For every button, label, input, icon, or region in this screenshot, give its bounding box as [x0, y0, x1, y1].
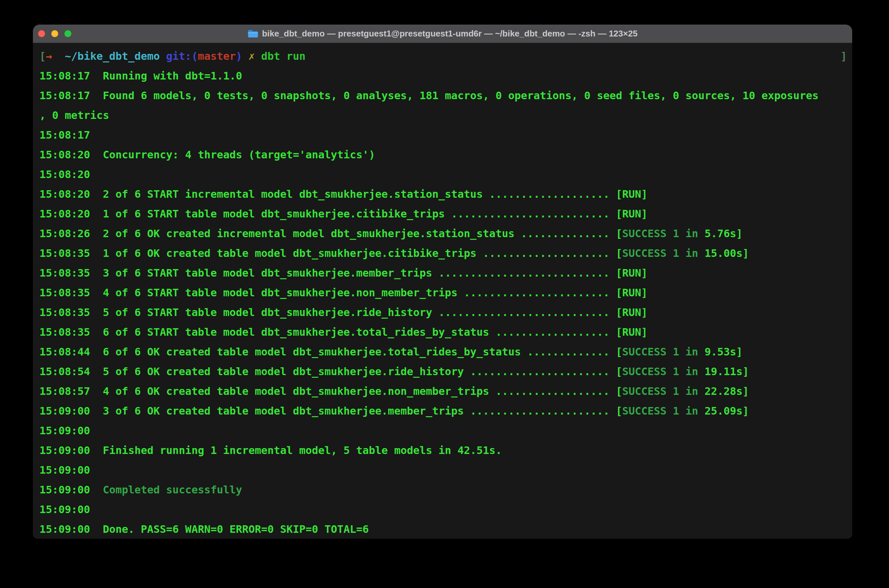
text-segment: 15:08:26 2 of 6 OK created incremental m… [39, 227, 622, 240]
text-segment: 15:08:20 [39, 168, 90, 181]
terminal-line: 15:08:35 6 of 6 START table model dbt_sm… [39, 322, 852, 342]
terminal-line: 15:08:20 Concurrency: 4 threads (target=… [39, 145, 852, 165]
text-segment: 15:08:20 1 of 6 START table model dbt_sm… [39, 208, 648, 220]
terminal-line: 15:09:00 [39, 421, 852, 441]
text-segment: 15:08:35 3 of 6 START table model dbt_sm… [39, 267, 648, 279]
text-segment: , 0 metrics [39, 109, 109, 122]
text-segment: SUCCESS 1 in [622, 227, 698, 240]
terminal-line: 15:09:00 Completed successfully [39, 480, 852, 500]
terminal-line: , 0 metrics [39, 105, 852, 125]
minimize-button[interactable] [51, 30, 58, 37]
text-segment: 15:09:00 [39, 424, 90, 437]
terminal-content[interactable]: [→ ~/bike_dbt_demo git:(master) ✗ dbt ru… [33, 43, 852, 539]
terminal-line: 15:09:00 [39, 500, 852, 519]
prompt-dirty-indicator: ✗ [248, 50, 255, 62]
text-segment: 15:08:17 Running with dbt=1.1.0 [39, 70, 242, 82]
text-segment: SUCCESS 1 in [622, 365, 698, 378]
close-button[interactable] [38, 30, 45, 37]
text-segment: 15:09:00 3 of 6 OK created table model d… [39, 405, 622, 417]
prompt-command: dbt run [261, 50, 305, 62]
prompt-git-close: ) [236, 50, 242, 62]
prompt-bracket-right: ] [841, 46, 847, 66]
text-segment: 15:09:00 [39, 483, 103, 496]
spacer [160, 50, 166, 62]
terminal-line: 15:09:00 Finished running 1 incremental … [39, 441, 852, 460]
text-segment: 9.53s] [698, 346, 743, 358]
text-segment: 15:09:00 Finished running 1 incremental … [39, 444, 502, 457]
text-segment: Completed successfully [103, 483, 242, 496]
window-title: bike_dbt_demo — presetguest1@presetguest… [262, 28, 638, 39]
text-segment: 5.76s] [698, 227, 743, 240]
text-segment: 15:08:35 6 of 6 START table model dbt_sm… [39, 326, 648, 338]
text-segment: 15:09:00 [39, 503, 90, 516]
terminal-line: 15:08:35 4 of 6 START table model dbt_sm… [39, 283, 852, 303]
terminal-line: 15:08:17 [39, 125, 852, 145]
window-title-group: bike_dbt_demo — presetguest1@presetguest… [33, 28, 852, 39]
prompt-cwd: ~/bike_dbt_demo [65, 50, 160, 62]
text-segment: 19.11s] [698, 365, 749, 378]
spacer [52, 50, 65, 62]
terminal-line: 15:09:00 3 of 6 OK created table model d… [39, 401, 852, 421]
folder-icon [248, 29, 258, 38]
text-segment: SUCCESS 1 in [622, 405, 698, 417]
text-segment: 15:08:17 [39, 129, 90, 141]
terminal-line: 15:08:35 5 of 6 START table model dbt_sm… [39, 303, 852, 322]
terminal-line: 15:08:20 1 of 6 START table model dbt_sm… [39, 204, 852, 224]
title-bar[interactable]: bike_dbt_demo — presetguest1@presetguest… [33, 25, 852, 43]
terminal-line: 15:08:26 2 of 6 OK created incremental m… [39, 224, 852, 243]
terminal-line: 15:08:17 Found 6 models, 0 tests, 0 snap… [39, 86, 852, 105]
spacer [255, 50, 261, 62]
text-segment: SUCCESS 1 in [622, 385, 698, 398]
prompt-git-branch: master [198, 50, 236, 62]
prompt-arrow-icon: → [46, 50, 52, 62]
terminal-line: 15:08:57 4 of 6 OK created table model d… [39, 381, 852, 401]
prompt-git-label: git:( [166, 50, 198, 62]
terminal-window: bike_dbt_demo — presetguest1@presetguest… [33, 25, 852, 539]
text-segment: 15:08:17 Found 6 models, 0 tests, 0 snap… [39, 89, 819, 102]
spacer [242, 50, 248, 62]
zoom-button[interactable] [65, 30, 71, 37]
text-segment: SUCCESS 1 in [622, 247, 698, 260]
text-segment: 15:08:35 1 of 6 OK created table model d… [39, 247, 622, 260]
text-segment: 15:08:54 5 of 6 OK created table model d… [39, 365, 622, 378]
terminal-line: 15:08:20 2 of 6 START incremental model … [39, 184, 852, 204]
text-segment: 15:08:35 4 of 6 START table model dbt_sm… [39, 286, 648, 299]
text-segment: SUCCESS 1 in [622, 346, 698, 358]
terminal-output: [→ ~/bike_dbt_demo git:(master) ✗ dbt ru… [39, 46, 852, 539]
terminal-line: 15:09:00 Done. PASS=6 WARN=0 ERROR=0 SKI… [39, 519, 852, 539]
text-segment: 15:09:00 [39, 464, 90, 476]
text-segment: 15.00s] [698, 247, 749, 260]
terminal-line: 15:09:00 [39, 460, 852, 480]
terminal-line: 15:08:35 3 of 6 START table model dbt_sm… [39, 263, 852, 283]
terminal-line: 15:08:17 Running with dbt=1.1.0 [39, 66, 852, 86]
text-segment: 15:08:57 4 of 6 OK created table model d… [39, 385, 622, 398]
text-segment: 15:09:00 Done. PASS=6 WARN=0 ERROR=0 SKI… [39, 523, 369, 536]
text-segment: 15:08:20 Concurrency: 4 threads (target=… [39, 148, 375, 161]
screen: { "window": { "title": "bike_dbt_demo — … [0, 0, 889, 588]
text-segment: 15:08:35 5 of 6 START table model dbt_sm… [39, 306, 648, 319]
text-segment: 15:08:44 6 of 6 OK created table model d… [39, 346, 622, 358]
text-segment: 15:08:20 2 of 6 START incremental model … [39, 188, 648, 200]
prompt-bracket-left: [ [39, 50, 46, 62]
terminal-line: 15:08:54 5 of 6 OK created table model d… [39, 362, 852, 381]
terminal-line: 15:08:44 6 of 6 OK created table model d… [39, 342, 852, 362]
text-segment: 22.28s] [698, 385, 749, 398]
traffic-lights [38, 25, 71, 43]
terminal-line: 15:08:20 [39, 165, 852, 184]
terminal-line: 15:08:35 1 of 6 OK created table model d… [39, 243, 852, 263]
prompt-line: [→ ~/bike_dbt_demo git:(master) ✗ dbt ru… [39, 46, 852, 66]
text-segment: 25.09s] [698, 405, 749, 417]
